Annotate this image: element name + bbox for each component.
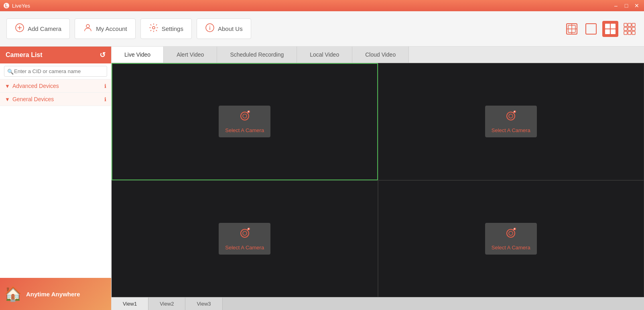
select-camera-text-2: Select A Camera (492, 127, 530, 133)
camera-list-header: Camera List ↺ (0, 47, 111, 63)
select-camera-btn-2[interactable]: Select A Camera (485, 106, 537, 137)
settings-icon (149, 23, 158, 35)
tab-local-video[interactable]: Local Video (297, 47, 352, 63)
grid-view-button[interactable] (622, 21, 638, 37)
tab-cloud-video[interactable]: Cloud Video (352, 47, 409, 63)
tab-scheduled-recording[interactable]: Scheduled Recording (217, 47, 297, 63)
video-grid: Select A Camera (112, 63, 644, 297)
svg-point-41 (243, 231, 247, 235)
svg-point-34 (507, 112, 515, 120)
camera-plus-icon-2 (504, 110, 517, 125)
title-bar: L LiveYes – □ ✕ (0, 0, 644, 11)
my-account-button[interactable]: My Account (75, 18, 136, 39)
add-camera-label: Add Camera (28, 25, 61, 32)
tab-live-video[interactable]: Live Video (112, 47, 164, 63)
svg-rect-24 (632, 27, 635, 31)
svg-rect-19 (624, 23, 627, 27)
close-button[interactable]: ✕ (633, 2, 641, 10)
settings-button[interactable]: Settings (140, 18, 192, 39)
advanced-devices-info-icon[interactable]: ℹ (104, 83, 106, 89)
select-camera-text-3: Select A Camera (225, 245, 264, 251)
app-logo-icon: L (3, 2, 10, 9)
svg-point-9 (209, 26, 210, 27)
svg-point-6 (152, 27, 155, 29)
header: Add Camera My Account Settings Abou (0, 11, 644, 47)
svg-point-35 (509, 114, 513, 118)
view-tab-3[interactable]: View3 (185, 298, 222, 310)
general-devices-arrow: ▼ (5, 96, 10, 102)
svg-point-5 (86, 24, 89, 28)
my-account-label: My Account (96, 25, 127, 32)
video-cell-2[interactable]: Select A Camera (378, 63, 644, 180)
svg-point-29 (243, 114, 247, 118)
advanced-devices-left: ▼ Advanced Devices (5, 83, 59, 89)
refresh-icon[interactable]: ↺ (100, 51, 106, 59)
video-cell-4[interactable]: Select A Camera (378, 180, 644, 298)
select-camera-btn-4[interactable]: Select A Camera (485, 223, 537, 255)
svg-point-47 (509, 231, 513, 235)
video-cell-1[interactable]: Select A Camera (112, 63, 378, 180)
fullscreen-view-button[interactable] (564, 21, 580, 37)
svg-rect-25 (624, 31, 627, 35)
main-layout: Camera List ↺ 🔍 ▼ Advanced Devices ℹ ▼ G… (0, 47, 644, 310)
view-tab-2[interactable]: View2 (148, 298, 185, 310)
svg-rect-18 (611, 29, 616, 34)
about-us-button[interactable]: About Us (197, 18, 251, 39)
select-camera-btn-1[interactable]: Select A Camera (219, 106, 270, 137)
about-us-label: About Us (218, 25, 243, 32)
video-cell-3[interactable]: Select A Camera (112, 180, 378, 298)
settings-label: Settings (162, 25, 183, 32)
tab-alert-video[interactable]: Alert Video (164, 47, 217, 63)
content-area: Live Video Alert Video Scheduled Recordi… (112, 47, 644, 310)
add-camera-icon (15, 23, 24, 35)
select-camera-btn-3[interactable]: Select A Camera (219, 223, 270, 255)
svg-rect-17 (605, 29, 610, 34)
search-wrapper: 🔍 (0, 63, 111, 80)
select-camera-text-4: Select A Camera (492, 245, 530, 251)
svg-rect-20 (628, 23, 631, 27)
view-tab-1[interactable]: View1 (112, 298, 148, 310)
svg-rect-22 (624, 27, 627, 31)
svg-rect-21 (632, 23, 635, 27)
camera-list-title: Camera List (6, 51, 43, 59)
svg-rect-23 (628, 27, 631, 31)
camera-plus-icon-3 (238, 227, 251, 242)
search-icon: 🔍 (7, 68, 14, 74)
select-camera-text-1: Select A Camera (225, 127, 264, 133)
sidebar: Camera List ↺ 🔍 ▼ Advanced Devices ℹ ▼ G… (0, 47, 112, 310)
advanced-devices-group[interactable]: ▼ Advanced Devices ℹ (0, 80, 111, 93)
about-us-icon (205, 23, 215, 35)
general-devices-group[interactable]: ▼ General Devices ℹ (0, 93, 111, 106)
svg-rect-26 (628, 31, 631, 35)
advanced-devices-arrow: ▼ (5, 83, 10, 89)
camera-plus-icon-1 (238, 110, 251, 125)
title-bar-controls: – □ ✕ (612, 2, 641, 10)
title-bar-left: L LiveYes (3, 2, 30, 9)
search-input[interactable] (4, 66, 107, 77)
header-view-controls (564, 21, 638, 37)
svg-point-28 (241, 112, 249, 120)
add-camera-button[interactable]: Add Camera (6, 18, 70, 39)
svg-rect-14 (586, 24, 596, 34)
sidebar-footer: 🏠 Anytime Anywhere (0, 278, 111, 310)
svg-rect-15 (605, 24, 610, 29)
general-devices-left: ▼ General Devices (5, 96, 54, 102)
view-tabs: View1 View2 View3 (112, 297, 644, 310)
tab-bar: Live Video Alert Video Scheduled Recordi… (112, 47, 644, 63)
app-title: LiveYes (12, 3, 30, 9)
svg-point-40 (241, 229, 249, 237)
svg-rect-27 (632, 31, 635, 35)
general-devices-info-icon[interactable]: ℹ (104, 96, 106, 102)
footer-text: Anytime Anywhere (26, 291, 80, 298)
my-account-icon (83, 23, 93, 35)
advanced-devices-label: Advanced Devices (12, 83, 59, 89)
maximize-button[interactable]: □ (622, 2, 630, 10)
house-icon: 🏠 (4, 286, 22, 302)
camera-plus-icon-4 (504, 227, 517, 242)
svg-rect-16 (611, 24, 616, 29)
svg-point-46 (507, 229, 515, 237)
quad-view-button[interactable] (602, 21, 618, 37)
single-view-button[interactable] (583, 21, 599, 37)
svg-text:L: L (5, 4, 8, 8)
minimize-button[interactable]: – (612, 2, 620, 10)
